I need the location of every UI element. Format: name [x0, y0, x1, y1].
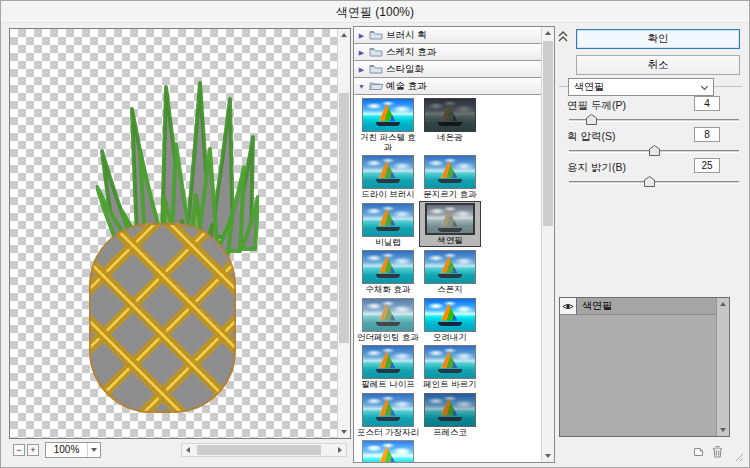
filter-thumbnail: [424, 345, 476, 379]
category-artistic[interactable]: ▼ 예술 효과: [354, 78, 541, 95]
visibility-toggle[interactable]: [560, 298, 577, 314]
filter-thumbnail: [424, 98, 476, 132]
scroll-up-icon[interactable]: [542, 27, 554, 39]
filter-select-value: 색연필: [574, 79, 604, 95]
filter-item-film-grain[interactable]: 필름 그레인: [357, 438, 419, 462]
filter-thumbnail: [362, 203, 414, 237]
scroll-down-icon[interactable]: [717, 424, 729, 436]
filter-thumbnail: [362, 98, 414, 132]
filter-thumbnail: [424, 393, 476, 427]
preview-vertical-scrollbar[interactable]: [337, 29, 350, 438]
layer-actions: [692, 445, 723, 458]
window-title: 색연필 (100%): [1, 1, 749, 23]
cancel-button[interactable]: 취소: [576, 55, 740, 75]
ok-button[interactable]: 확인: [576, 29, 740, 49]
filter-grid-artistic: 거친 파스텔 효과 네온광 드라이 브러시 문지르기 효과 비닐랩: [354, 95, 541, 462]
pineapple-body: [89, 223, 236, 413]
paper-brightness-label: 용지 밝기(B): [567, 161, 626, 175]
scrollbar-thumb[interactable]: [543, 41, 553, 226]
pencil-width-slider[interactable]: [569, 119, 739, 122]
scrollbar-thumb[interactable]: [339, 93, 349, 343]
filter-item-colored-pencil[interactable]: 색연필: [419, 201, 481, 248]
preview-horizontal-scrollbar[interactable]: [181, 443, 347, 457]
eye-icon: [562, 302, 574, 311]
zoom-level-select[interactable]: 100%: [45, 442, 101, 458]
category-label: 브러시 획: [386, 29, 427, 42]
scroll-up-icon[interactable]: [338, 29, 350, 41]
filter-item-paint-daubs[interactable]: 페인트 바르기: [419, 343, 481, 390]
collapse-panel-icon[interactable]: [558, 31, 568, 42]
zoom-in-button[interactable]: +: [27, 444, 39, 456]
folder-icon: [369, 47, 383, 57]
stroke-pressure-label: 획 압력(S): [567, 130, 615, 144]
filter-list-scrollbar[interactable]: [541, 27, 554, 462]
filter-thumbnail: [362, 393, 414, 427]
filter-item-cutout[interactable]: 오려내기: [419, 296, 481, 343]
slider-thumb[interactable]: [649, 145, 660, 156]
preview-canvas[interactable]: [10, 29, 337, 438]
filter-thumbnail: [362, 345, 414, 379]
filter-thumbnail: [424, 250, 476, 284]
triangle-down-icon[interactable]: ▼: [357, 83, 366, 90]
scroll-left-icon[interactable]: [182, 444, 194, 456]
scrollbar-thumb[interactable]: [197, 445, 321, 455]
triangle-right-icon[interactable]: ▶: [357, 32, 366, 39]
resize-grip-icon[interactable]: [734, 452, 744, 462]
scroll-down-icon[interactable]: [338, 426, 350, 438]
category-brush-strokes[interactable]: ▶ 브러시 획: [354, 27, 541, 44]
filter-item-poster-edges[interactable]: 포스터 가장자리: [357, 391, 419, 438]
filter-item-sponge[interactable]: 스폰지: [419, 248, 481, 295]
filter-gallery-dialog: 색연필 (100%): [0, 0, 750, 468]
zoom-out-button[interactable]: −: [13, 444, 25, 456]
category-sketch[interactable]: ▶ 스케치 효과: [354, 44, 541, 61]
layers-scrollbar[interactable]: [716, 298, 729, 436]
stroke-pressure-input[interactable]: [694, 127, 720, 142]
folder-open-icon: [369, 81, 383, 91]
triangle-right-icon[interactable]: ▶: [357, 49, 366, 56]
filter-thumbnail: [362, 155, 414, 189]
zoom-level-value: 100%: [46, 443, 87, 457]
filter-list: ▶ 브러시 획 ▶ 스케치 효과 ▶ 스타일화 ▼ 예술 효과: [354, 27, 541, 462]
scroll-right-icon[interactable]: [334, 444, 346, 456]
effect-layers-list: 색연필: [559, 297, 730, 437]
new-effect-layer-icon[interactable]: [692, 445, 704, 457]
pencil-width-label: 연필 두께(P): [567, 99, 626, 113]
paper-brightness-input[interactable]: [694, 158, 720, 173]
category-label: 스타일화: [386, 63, 424, 76]
preview-pane: [9, 28, 351, 439]
effect-layer-row[interactable]: 색연필: [560, 298, 729, 315]
chevron-down-icon: [701, 83, 708, 90]
category-label: 예술 효과: [386, 80, 427, 93]
effect-layer-name: 색연필: [577, 298, 612, 314]
filter-thumbnail: [362, 250, 414, 284]
filter-item-dry-brush[interactable]: 드라이 브러시: [357, 153, 419, 200]
filter-item-underpainting[interactable]: 언더페인팅 효과: [357, 296, 419, 343]
slider-thumb[interactable]: [586, 114, 597, 125]
category-label: 스케치 효과: [386, 46, 436, 59]
preview-zoom-controls: − + 100%: [9, 442, 351, 458]
folder-icon: [369, 30, 383, 40]
scroll-up-icon[interactable]: [717, 298, 729, 310]
filter-list-panel: ▶ 브러시 획 ▶ 스케치 효과 ▶ 스타일화 ▼ 예술 효과: [353, 26, 555, 463]
filter-item-watercolor[interactable]: 수채화 효과: [357, 248, 419, 295]
delete-effect-layer-icon[interactable]: [712, 445, 723, 458]
category-stylize[interactable]: ▶ 스타일화: [354, 61, 541, 78]
filter-item-smudge-stick[interactable]: 문지르기 효과: [419, 153, 481, 200]
scroll-down-icon[interactable]: [542, 450, 554, 462]
filter-thumbnail: [424, 155, 476, 189]
filter-select[interactable]: 색연필: [568, 78, 714, 96]
slider-thumb[interactable]: [644, 176, 655, 187]
stroke-pressure-slider[interactable]: [569, 150, 739, 153]
filter-item-neon-glow[interactable]: 네온광: [419, 96, 481, 152]
filter-item-palette-knife[interactable]: 팔레트 나이프: [357, 343, 419, 390]
pencil-width-input[interactable]: [694, 96, 720, 111]
filter-item-rough-pastels[interactable]: 거친 파스텔 효과: [357, 96, 419, 152]
filter-thumbnail: [362, 440, 414, 462]
folder-icon: [369, 64, 383, 74]
filter-thumbnail: [362, 298, 414, 332]
paper-brightness-slider[interactable]: [569, 181, 739, 184]
triangle-right-icon[interactable]: ▶: [357, 66, 366, 73]
filter-item-plastic-wrap[interactable]: 비닐랩: [357, 201, 419, 248]
filter-item-fresco[interactable]: 프레스코: [419, 391, 481, 438]
filter-thumbnail: [425, 203, 475, 235]
